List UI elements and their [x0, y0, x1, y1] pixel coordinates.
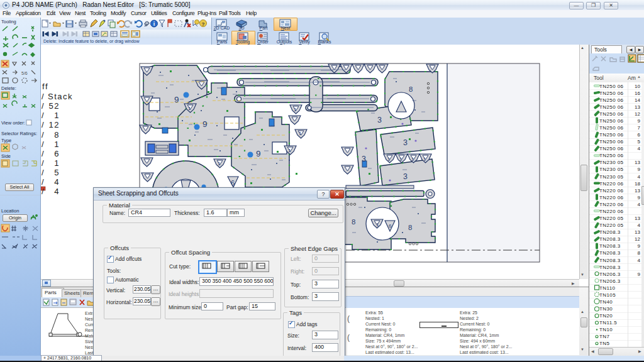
svg-text:1: 1	[54, 140, 60, 149]
svg-text:5: 5	[54, 168, 60, 177]
svg-text:12: 12	[49, 120, 60, 129]
svg-text:Delete:: Delete:	[1, 85, 16, 91]
svg-text:1: 1	[54, 111, 60, 120]
svg-text:1: 1	[299, 131, 302, 136]
svg-text:1: 1	[294, 107, 297, 112]
svg-text:Selector Ratings:: Selector Ratings:	[1, 131, 37, 136]
svg-text:1: 1	[188, 106, 191, 111]
svg-text:/: /	[42, 101, 45, 111]
svg-text:/: /	[42, 111, 45, 120]
svg-text:/: /	[42, 130, 45, 140]
svg-text:Type: Type	[1, 138, 11, 143]
svg-text:5/6: 5/6	[21, 71, 28, 75]
svg-text:6: 6	[389, 223, 392, 229]
svg-text:6: 6	[54, 149, 60, 158]
svg-text:1: 1	[288, 148, 291, 153]
svg-text:Tooling: Tooling	[1, 19, 16, 25]
svg-text:/: /	[42, 92, 45, 101]
svg-text:3: 3	[362, 155, 366, 163]
svg-text:/: /	[42, 120, 45, 129]
svg-text:9: 9	[174, 95, 179, 104]
svg-text:3: 3	[403, 172, 408, 181]
svg-text:/: /	[42, 158, 45, 168]
svg-text:1: 1	[423, 156, 426, 162]
svg-text:/: /	[42, 149, 45, 158]
svg-text:Stack: Stack	[48, 92, 73, 101]
svg-text:1: 1	[387, 156, 391, 162]
svg-text:3: 3	[403, 138, 408, 147]
svg-text:1: 1	[411, 156, 414, 162]
svg-text:1: 1	[54, 158, 60, 168]
svg-text:1: 1	[399, 156, 402, 162]
svg-text:?: ?	[202, 21, 205, 27]
svg-text:9: 9	[203, 119, 208, 129]
svg-text:1: 1	[218, 161, 221, 167]
svg-text:8: 8	[352, 218, 355, 226]
svg-text:ff: ff	[42, 82, 48, 91]
svg-text:i: i	[153, 21, 155, 27]
svg-text:/: /	[42, 140, 45, 149]
svg-text:4: 4	[54, 187, 60, 196]
svg-text:3: 3	[377, 116, 382, 124]
svg-text:4: 4	[54, 177, 60, 187]
svg-text:/: /	[42, 177, 45, 187]
svg-text:8: 8	[408, 224, 412, 231]
svg-text:8: 8	[409, 85, 413, 93]
svg-text:1: 1	[376, 222, 379, 228]
svg-text:/: /	[42, 168, 45, 177]
svg-text:Side: Side	[1, 153, 11, 159]
svg-text:6: 6	[231, 179, 235, 187]
svg-text:52: 52	[49, 101, 60, 111]
svg-text:View order:: View order:	[1, 120, 25, 126]
svg-text:8: 8	[54, 130, 60, 140]
svg-text:/: /	[42, 187, 45, 196]
svg-text:9: 9	[256, 149, 261, 158]
